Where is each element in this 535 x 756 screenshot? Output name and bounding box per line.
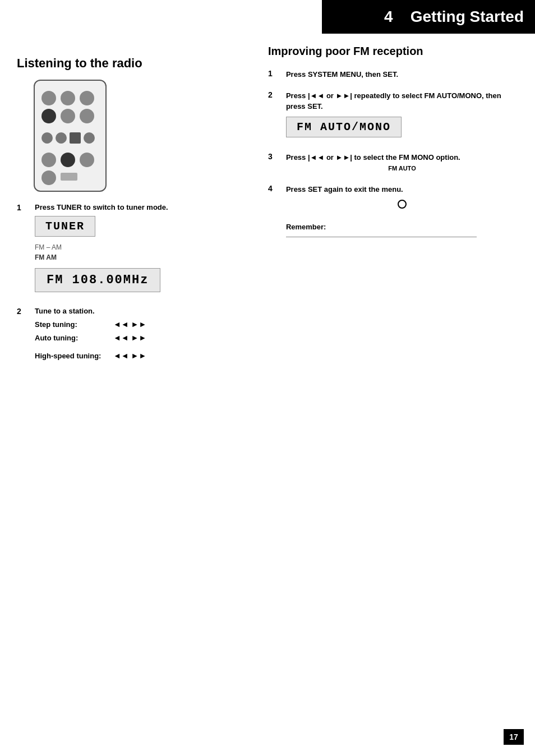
right-step-1: 1 Press SYSTEM MENU, then SET. <box>268 69 518 80</box>
remote-btn-8 <box>61 153 75 167</box>
step-tuning-arrows-3: ◄◄ ►► <box>113 351 146 360</box>
high-speed-row: High-speed tuning: ◄◄ ►► <box>35 351 246 360</box>
right-step-3: 3 Press |◄◄ or ►►| to select the FM MONO… <box>268 152 518 174</box>
remote-image: Pioneer <box>34 80 107 192</box>
remote-nav-3 <box>70 132 81 144</box>
step-tuning-arrows-1: ◄◄ ►► <box>113 320 146 329</box>
right-step-4-instruction: Press SET again to exit the menu. <box>286 184 518 195</box>
right-step-number-2: 2 <box>268 90 277 99</box>
step-2: 2 Tune to a station. Step tuning: ◄◄ ►► … <box>17 307 246 365</box>
remote-nav-2 <box>56 132 67 144</box>
right-step-1-instruction: Press SYSTEM MENU, then SET. <box>286 69 518 80</box>
step-2-instruction: Tune to a station. <box>35 307 246 315</box>
remote-nav-1 <box>41 132 53 144</box>
step-tuning-label-1: Step tuning: <box>35 320 108 329</box>
remote-bar <box>61 173 77 181</box>
right-step-number-4: 4 <box>268 184 277 193</box>
step-1: 1 Press TUNER to switch to tuner mode. T… <box>17 203 246 297</box>
fm-auto-mono-display: FM AUTO/MONO <box>286 117 402 137</box>
remember-section: Remember: <box>286 223 518 237</box>
step-2-content: Tune to a station. Step tuning: ◄◄ ►► Au… <box>35 307 246 365</box>
remember-divider <box>286 237 477 237</box>
right-step-4: 4 Press SET again to exit the menu. <box>268 184 518 213</box>
step-1-content: Press TUNER to switch to tuner mode. TUN… <box>35 203 246 297</box>
step-tuning-arrows-2: ◄◄ ►► <box>113 333 146 342</box>
step-1-instruction: Press TUNER to switch to tuner mode. <box>35 203 246 211</box>
right-step-2-content: Press |◄◄ or ►►| repeatedly to select FM… <box>286 90 518 142</box>
step-number-2: 2 <box>17 307 26 316</box>
right-step-4-content: Press SET again to exit the menu. <box>286 184 518 213</box>
step-tuning-label-3: High-speed tuning: <box>35 352 108 360</box>
step-tuning-2: Auto tuning: ◄◄ ►► <box>35 333 246 342</box>
step-tuning-1: Step tuning: ◄◄ ►► <box>35 320 246 329</box>
remote-btn-3 <box>80 91 94 105</box>
right-step-1-content: Press SYSTEM MENU, then SET. <box>286 69 518 80</box>
right-step-3-content: Press |◄◄ or ►►| to select the FM MONO o… <box>286 152 518 174</box>
right-step-2: 2 Press |◄◄ or ►►| repeatedly to select … <box>268 90 518 142</box>
right-section-title: Improving poor FM reception <box>268 45 518 58</box>
left-column: Listening to the radio <box>0 6 257 386</box>
step-tuning-label-2: Auto tuning: <box>35 334 108 342</box>
step-tuning-3: High-speed tuning: ◄◄ ►► <box>35 351 246 360</box>
remote-btn-4 <box>41 109 56 123</box>
remote-btn-5 <box>61 109 75 123</box>
set-circle-icon <box>398 200 407 209</box>
right-step-3-instruction: Press |◄◄ or ►►| to select the FM MONO o… <box>286 152 518 163</box>
remote-btn-7 <box>41 153 56 167</box>
left-section-title: Listening to the radio <box>17 56 246 71</box>
remote-btn-6 <box>80 109 94 123</box>
header-title: 4 Getting Started <box>384 8 524 26</box>
circle-icon-wrapper <box>286 197 518 213</box>
fm-am-label2: FM AM <box>35 253 246 261</box>
remember-label: Remember: <box>286 223 518 231</box>
chapter-title: Getting Started <box>411 8 524 25</box>
fm-frequency-display: FM 108.00MHz <box>35 268 160 292</box>
chapter-number: 4 <box>384 8 393 25</box>
header-banner: 4 Getting Started <box>322 0 535 34</box>
remote-btn-2 <box>61 91 75 105</box>
right-step-number-3: 3 <box>268 152 277 161</box>
fm-auto-label: FM AUTO <box>286 165 518 172</box>
step-number-1: 1 <box>17 203 26 212</box>
page-number: 17 <box>504 729 524 745</box>
right-step-2-instruction: Press |◄◄ or ►►| repeatedly to select FM… <box>286 90 518 112</box>
right-step-number-1: 1 <box>268 69 277 78</box>
remote-nav-4 <box>84 132 95 144</box>
right-column: Improving poor FM reception 1 Press SYST… <box>257 6 535 386</box>
fm-am-label: FM – AM <box>35 243 246 251</box>
remote-btn-1 <box>41 91 56 105</box>
remote-btn-9 <box>80 153 94 167</box>
tuner-display: TUNER <box>35 216 95 237</box>
remote-btn-10 <box>41 170 56 185</box>
content-wrapper: Listening to the radio <box>0 0 535 386</box>
